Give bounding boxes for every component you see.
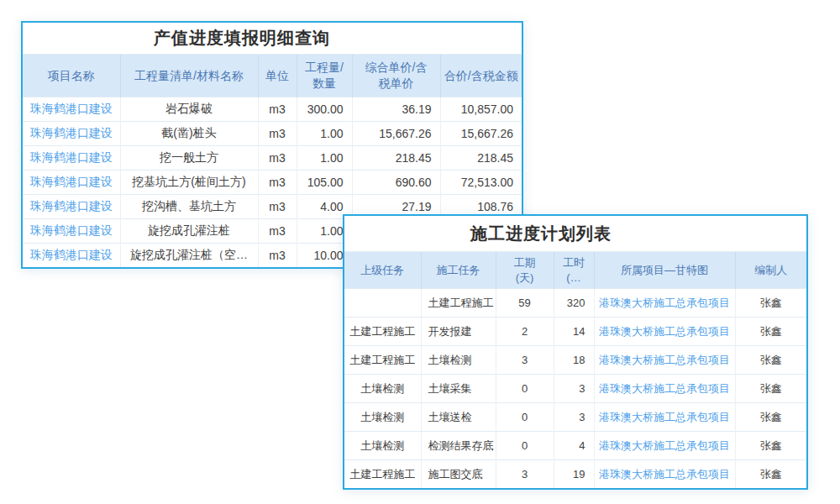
project-gantt-cell: 港珠澳大桥施工总承包项目 <box>594 460 735 489</box>
quantity-cell: 300.00 <box>297 97 352 122</box>
project-gantt-link[interactable]: 港珠澳大桥施工总承包项目 <box>599 382 730 395</box>
project-link[interactable]: 珠海鹤港口建设 <box>30 175 113 188</box>
unit-price-cell: 218.45 <box>352 146 440 171</box>
total-amount-cell: 15,667.26 <box>440 122 522 146</box>
author-cell: 张鑫 <box>735 403 806 432</box>
unit-cell: m3 <box>258 219 297 244</box>
table-row: 土建工程施工 开发报建 2 14 港珠澳大桥施工总承包项目 张鑫 <box>344 318 806 346</box>
author-cell: 张鑫 <box>735 375 806 403</box>
author-cell: 张鑫 <box>735 346 806 375</box>
construction-task-cell: 土壤采集 <box>421 375 496 403</box>
project-gantt-cell: 港珠澳大桥施工总承包项目 <box>594 318 735 346</box>
quantity-cell: 1.00 <box>297 122 352 146</box>
boq-item-cell: 岩石爆破 <box>120 97 258 122</box>
total-amount-cell: 10,857.00 <box>440 97 522 122</box>
table-row: 珠海鹤港口建设 挖基坑土方(桩间土方) m3 105.00 690.60 72,… <box>23 171 522 195</box>
project-name-cell: 珠海鹤港口建设 <box>23 122 120 146</box>
table-row: 土建工程施工 施工图交底 3 19 港珠澳大桥施工总承包项目 张鑫 <box>344 460 806 489</box>
boq-item-cell: 旋挖成孔灌注桩（空… <box>120 244 258 268</box>
col-header-project-name: 项目名称 <box>23 55 120 97</box>
project-link[interactable]: 珠海鹤港口建设 <box>30 223 113 237</box>
output-value-table-title: 产值进度填报明细查询 <box>23 23 522 55</box>
col-header-boq-material-name: 工程量清单/材料名称 <box>120 55 258 97</box>
project-link[interactable]: 珠海鹤港口建设 <box>30 199 113 213</box>
parent-task-cell: 土建工程施工 <box>344 346 421 375</box>
col-header-author: 编制人 <box>735 252 806 289</box>
col-header-construction-task: 施工任务 <box>421 252 496 289</box>
output-value-header-row: 项目名称 工程量清单/材料名称 单位 工程量/ 数量 综合单价/含 税单价 合价… <box>23 55 522 97</box>
duration-cell: 2 <box>496 318 554 346</box>
construction-task-cell: 土壤送检 <box>421 403 496 432</box>
boq-item-cell: 挖基坑土方(桩间土方) <box>120 171 258 195</box>
unit-cell: m3 <box>258 146 297 171</box>
project-name-cell: 珠海鹤港口建设 <box>23 219 120 244</box>
author-cell: 张鑫 <box>735 460 806 489</box>
unit-cell: m3 <box>258 122 297 146</box>
duration-cell: 3 <box>496 346 554 375</box>
duration-cell: 59 <box>496 289 554 318</box>
parent-task-cell: 土建工程施工 <box>344 318 421 346</box>
table-row: 珠海鹤港口建设 截(凿)桩头 m3 1.00 15,667.26 15,667.… <box>23 122 522 146</box>
work-hours-cell: 14 <box>554 318 594 346</box>
project-link[interactable]: 珠海鹤港口建设 <box>30 102 113 115</box>
project-gantt-link[interactable]: 港珠澳大桥施工总承包项目 <box>599 468 730 480</box>
work-hours-cell: 19 <box>554 460 594 489</box>
project-name-cell: 珠海鹤港口建设 <box>23 97 120 122</box>
project-gantt-cell: 港珠澳大桥施工总承包项目 <box>594 289 735 318</box>
unit-price-cell: 36.19 <box>352 97 440 122</box>
project-gantt-cell: 港珠澳大桥施工总承包项目 <box>594 346 735 375</box>
col-header-parent-task: 上级任务 <box>344 252 421 289</box>
table-row: 土建工程施工 59 320 港珠澳大桥施工总承包项目 张鑫 <box>344 289 806 318</box>
project-link[interactable]: 珠海鹤港口建设 <box>30 150 113 164</box>
boq-item-cell: 挖一般土方 <box>120 146 258 171</box>
project-link[interactable]: 珠海鹤港口建设 <box>30 126 113 139</box>
unit-cell: m3 <box>258 171 297 195</box>
project-name-cell: 珠海鹤港口建设 <box>23 244 120 268</box>
work-hours-cell: 18 <box>554 346 594 375</box>
boq-item-cell: 截(凿)桩头 <box>120 122 258 146</box>
work-hours-cell: 3 <box>554 403 594 432</box>
project-name-cell: 珠海鹤港口建设 <box>23 195 120 219</box>
table-row: 珠海鹤港口建设 岩石爆破 m3 300.00 36.19 10,857.00 <box>23 97 522 122</box>
project-gantt-cell: 港珠澳大桥施工总承包项目 <box>594 432 735 460</box>
unit-price-cell: 15,667.26 <box>352 122 440 146</box>
col-header-quantity: 工程量/ 数量 <box>297 55 352 97</box>
project-gantt-link[interactable]: 港珠澳大桥施工总承包项目 <box>599 411 730 423</box>
total-amount-cell: 218.45 <box>440 146 522 171</box>
parent-task-cell: 土建工程施工 <box>344 460 421 489</box>
table-row: 珠海鹤港口建设 挖一般土方 m3 1.00 218.45 218.45 <box>23 146 522 171</box>
total-amount-cell: 72,513.00 <box>440 171 522 195</box>
duration-cell: 0 <box>496 432 554 460</box>
unit-cell: m3 <box>258 244 297 268</box>
construction-task-cell: 施工图交底 <box>421 460 496 489</box>
schedule-table-title: 施工进度计划列表 <box>344 216 806 252</box>
parent-task-cell: 土壤检测 <box>344 375 421 403</box>
project-gantt-link[interactable]: 港珠澳大桥施工总承包项目 <box>599 297 730 309</box>
schedule-table: 上级任务 施工任务 工期 (天) 工时 (… 所属项目—甘特图 编制人 土建工程… <box>344 252 806 488</box>
author-cell: 张鑫 <box>735 318 806 346</box>
boq-item-cell: 挖沟槽、基坑土方 <box>120 195 258 219</box>
work-hours-cell: 320 <box>554 289 594 318</box>
table-row: 土壤检测 土壤采集 0 3 港珠澳大桥施工总承包项目 张鑫 <box>344 375 806 403</box>
unit-cell: m3 <box>258 97 297 122</box>
parent-task-cell: 土壤检测 <box>344 432 421 460</box>
project-gantt-cell: 港珠澳大桥施工总承包项目 <box>594 375 735 403</box>
schedule-header-row: 上级任务 施工任务 工期 (天) 工时 (… 所属项目—甘特图 编制人 <box>344 252 806 289</box>
construction-task-cell: 开发报建 <box>421 318 496 346</box>
project-gantt-link[interactable]: 港珠澳大桥施工总承包项目 <box>599 325 730 338</box>
col-header-total-amount: 合价/含税金额 <box>440 55 522 97</box>
duration-cell: 0 <box>496 403 554 432</box>
unit-price-cell: 690.60 <box>352 171 440 195</box>
col-header-unit: 单位 <box>258 55 297 97</box>
project-gantt-link[interactable]: 港珠澳大桥施工总承包项目 <box>599 354 730 366</box>
project-gantt-link[interactable]: 港珠澳大桥施工总承包项目 <box>599 439 730 452</box>
project-name-cell: 珠海鹤港口建设 <box>23 171 120 195</box>
project-link[interactable]: 珠海鹤港口建设 <box>30 248 113 261</box>
construction-task-cell: 土壤检测 <box>421 346 496 375</box>
author-cell: 张鑫 <box>735 432 806 460</box>
table-row: 土建工程施工 土壤检测 3 18 港珠澳大桥施工总承包项目 张鑫 <box>344 346 806 375</box>
unit-cell: m3 <box>258 195 297 219</box>
duration-cell: 0 <box>496 375 554 403</box>
project-name-cell: 珠海鹤港口建设 <box>23 146 120 171</box>
schedule-plan-panel: 施工进度计划列表 上级任务 施工任务 工期 (天) 工时 (… 所属项目—甘特图… <box>343 214 808 490</box>
